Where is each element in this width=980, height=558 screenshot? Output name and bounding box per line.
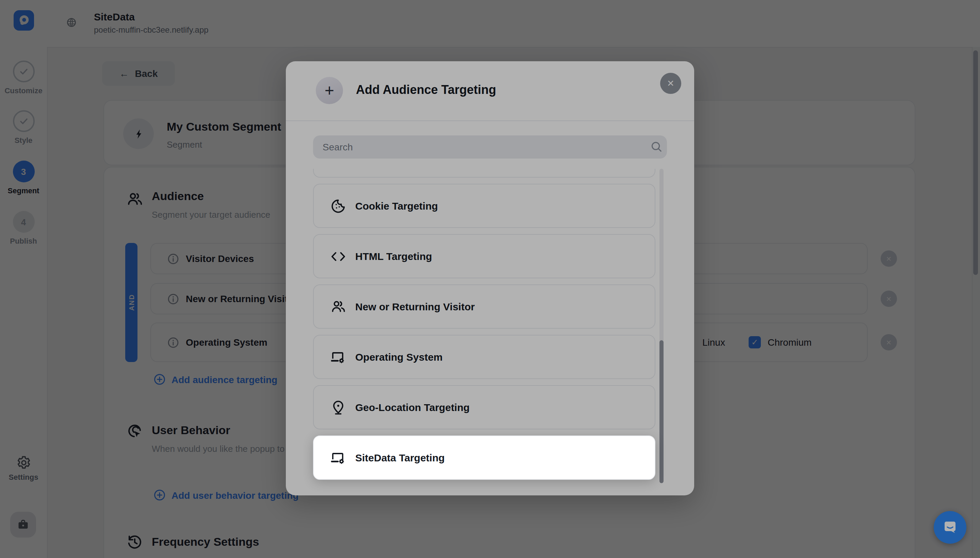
app-viewport: Customize Style 3 Segment 4 Publish Sett… — [0, 0, 980, 558]
laptop-gear-icon — [330, 450, 346, 466]
modal-item-sitedata-targeting[interactable]: SiteData Targeting — [313, 435, 655, 480]
item-label: SiteData Targeting — [355, 452, 445, 463]
